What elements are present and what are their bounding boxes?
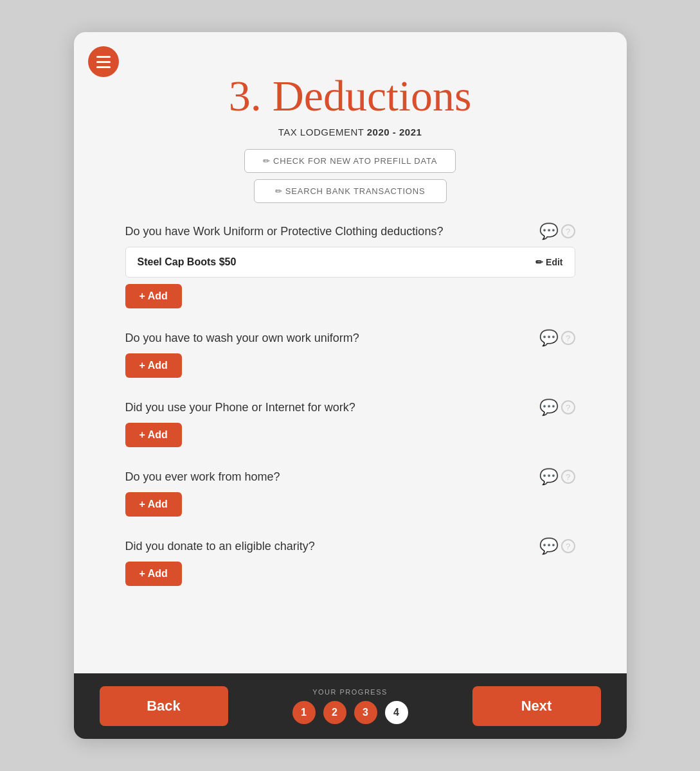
subtitle-bold: 2020 - 2021 xyxy=(367,127,422,137)
question-icon-charity[interactable]: ? xyxy=(561,539,575,553)
section-question-phone: Did you use your Phone or Internet for w… xyxy=(125,401,355,414)
progress-label: YOUR PROGRESS xyxy=(312,688,388,696)
add-button-home[interactable]: + Add xyxy=(125,492,182,517)
check-ato-button[interactable]: ✏ CHECK FOR NEW ATO PREFILL DATA xyxy=(244,149,456,173)
section-question-charity: Did you donate to an eligible charity? xyxy=(125,540,315,553)
subtitle-normal: TAX LODGEMENT xyxy=(278,127,367,137)
question-icon-uniform[interactable]: ? xyxy=(561,224,575,238)
chat-bubble-icon-uniform: 💬 xyxy=(539,222,559,240)
progress-step-2[interactable]: 2 xyxy=(323,701,346,724)
sections-container: Do you have Work Uniform or Protective C… xyxy=(125,222,575,586)
footer: Back YOUR PROGRESS 1234 Next xyxy=(74,673,627,739)
add-button-charity[interactable]: + Add xyxy=(125,562,182,586)
section-wash: Do you have to wash your own work unifor… xyxy=(125,329,575,378)
section-header-uniform: Do you have Work Uniform or Protective C… xyxy=(125,222,575,240)
section-header-home: Do you ever work from home? 💬 ? xyxy=(125,468,575,486)
menu-line-3 xyxy=(96,66,111,68)
help-icons-wash: 💬 ? xyxy=(539,329,575,347)
progress-step-4[interactable]: 4 xyxy=(385,701,408,724)
section-question-wash: Do you have to wash your own work unifor… xyxy=(125,332,359,345)
progress-section: YOUR PROGRESS 1234 xyxy=(292,688,408,724)
chat-bubble-icon-charity: 💬 xyxy=(539,537,559,555)
section-header-charity: Did you donate to an eligible charity? 💬… xyxy=(125,537,575,555)
question-icon-home[interactable]: ? xyxy=(561,470,575,484)
add-button-uniform[interactable]: + Add xyxy=(125,284,182,308)
progress-step-1[interactable]: 1 xyxy=(292,701,316,724)
main-content: 3. Deductions TAX LODGEMENT 2020 - 2021 … xyxy=(74,32,627,673)
question-icon-phone[interactable]: ? xyxy=(561,400,575,414)
item-label-uniform-0: Steel Cap Boots $50 xyxy=(138,256,237,268)
search-bank-button[interactable]: ✏ SEARCH BANK TRANSACTIONS xyxy=(254,179,447,203)
section-charity: Did you donate to an eligible charity? 💬… xyxy=(125,537,575,586)
question-icon-wash[interactable]: ? xyxy=(561,331,575,345)
section-question-home: Do you ever work from home? xyxy=(125,470,280,484)
item-row-uniform-0: Steel Cap Boots $50✏ Edit xyxy=(125,247,575,278)
add-button-wash[interactable]: + Add xyxy=(125,353,182,378)
help-icons-home: 💬 ? xyxy=(539,468,575,486)
help-icons-phone: 💬 ? xyxy=(539,398,575,416)
add-button-phone[interactable]: + Add xyxy=(125,423,182,447)
help-icons-charity: 💬 ? xyxy=(539,537,575,555)
back-button[interactable]: Back xyxy=(100,686,228,726)
app-container: 3. Deductions TAX LODGEMENT 2020 - 2021 … xyxy=(74,32,627,739)
help-icons-uniform: 💬 ? xyxy=(539,222,575,240)
progress-dots: 1234 xyxy=(292,701,408,724)
subtitle: TAX LODGEMENT 2020 - 2021 xyxy=(125,127,575,137)
section-header-phone: Did you use your Phone or Internet for w… xyxy=(125,398,575,416)
page-title: 3. Deductions xyxy=(125,71,575,121)
section-header-wash: Do you have to wash your own work unifor… xyxy=(125,329,575,347)
chat-bubble-icon-phone: 💬 xyxy=(539,398,559,416)
progress-step-3[interactable]: 3 xyxy=(354,701,377,724)
chat-bubble-icon-home: 💬 xyxy=(539,468,559,486)
menu-button[interactable] xyxy=(88,46,119,77)
section-uniform: Do you have Work Uniform or Protective C… xyxy=(125,222,575,308)
section-phone: Did you use your Phone or Internet for w… xyxy=(125,398,575,447)
menu-line-1 xyxy=(96,56,111,58)
action-buttons: ✏ CHECK FOR NEW ATO PREFILL DATA ✏ SEARC… xyxy=(125,149,575,203)
section-question-uniform: Do you have Work Uniform or Protective C… xyxy=(125,225,444,238)
chat-bubble-icon-wash: 💬 xyxy=(539,329,559,347)
next-button[interactable]: Next xyxy=(472,686,601,726)
edit-button-uniform-0[interactable]: ✏ Edit xyxy=(535,257,562,267)
section-home: Do you ever work from home? 💬 ? + Add xyxy=(125,468,575,517)
menu-line-2 xyxy=(96,61,111,63)
